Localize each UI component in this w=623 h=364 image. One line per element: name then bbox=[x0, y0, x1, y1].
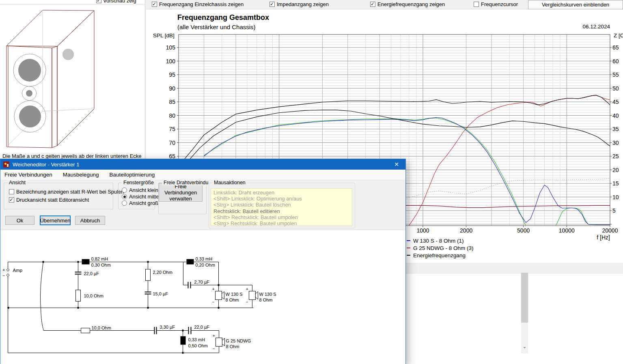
component-speaker-w130s-2[interactable]: + − W 130 S 8 Ohm bbox=[246, 287, 276, 304]
chart-legend: W 130 S - 8 Ohm (1)G 25 NDWG - 8 Ohm (3)… bbox=[407, 237, 474, 259]
axis-tick-label: 20000 bbox=[596, 227, 623, 234]
x-axis-label: f [Hz] bbox=[586, 234, 610, 241]
scrollbar-thumb[interactable] bbox=[521, 273, 528, 323]
preview-show-checkbox[interactable]: Vorschau zeig bbox=[96, 0, 136, 4]
radio-ansicht-klein[interactable]: Ansicht klein bbox=[122, 187, 158, 193]
mausaktion-line: <Shift> Rechtsklick: Bauteil umpolen bbox=[213, 214, 349, 220]
uebernehmen-button[interactable]: Übernehmen bbox=[40, 215, 71, 225]
component-resistor-r1[interactable]: 10,0 Ohm bbox=[76, 290, 103, 302]
radio-icon[interactable] bbox=[122, 194, 127, 199]
axis-tick-label: 105 bbox=[157, 44, 175, 51]
polarity-plus: + bbox=[212, 287, 215, 291]
checkbox-icon[interactable] bbox=[9, 197, 14, 202]
sp1-ohm-label: 8 Ohm bbox=[226, 297, 239, 302]
axis-tick-label: 5000 bbox=[509, 227, 538, 234]
vertical-scrollbar[interactable]: ⌄ bbox=[521, 273, 528, 353]
c1-label: 22,0 µF bbox=[84, 271, 99, 276]
chevron-down-icon[interactable]: ⌄ bbox=[521, 342, 528, 351]
app-icon bbox=[3, 162, 9, 168]
dialog-titlebar[interactable]: Weicheneditor - Verstärker 1 ✕ bbox=[0, 159, 405, 170]
component-resistor-r2[interactable]: 2,20 Ohm bbox=[146, 269, 172, 281]
sp3-ohm-label: 8 Ohm bbox=[226, 344, 239, 349]
freie-verbindungen-verwalten-button[interactable]: Freie Verbindungen verwalten bbox=[159, 183, 203, 202]
axis-tick-label: 100 bbox=[157, 58, 175, 65]
preview-caption: Die Maße a und c gelten jeweils ab der l… bbox=[2, 153, 144, 159]
component-resistor-r3[interactable]: 10,0 Ohm bbox=[81, 325, 111, 333]
legend-dash-icon bbox=[407, 255, 410, 256]
axis-tick-label: 1000 bbox=[409, 227, 437, 234]
radio-ansicht-gross[interactable]: Ansicht groß bbox=[122, 200, 158, 206]
abbruch-button[interactable]: Abbruch bbox=[75, 216, 105, 225]
r2-label: 2,20 Ohm bbox=[153, 270, 172, 275]
sp2-name-label: W 130 S bbox=[259, 292, 276, 297]
axis-tick-label: 20 bbox=[612, 167, 619, 173]
group-fenstergroesse: Fenstergröße Ansicht klein Ansicht mitte… bbox=[118, 183, 155, 209]
driver-tweeter bbox=[22, 86, 37, 101]
c3-label: 2,70 µF bbox=[194, 280, 210, 284]
axis-tick-label: 10 bbox=[612, 194, 619, 200]
radio-label: Ansicht groß bbox=[129, 200, 158, 206]
group-label: Fenstergröße bbox=[122, 180, 155, 185]
legend-item: G 25 NDWG - 8 Ohm (3) bbox=[407, 244, 474, 252]
c2-label: 15,0 µF bbox=[153, 291, 168, 296]
legend-dash-icon bbox=[407, 248, 410, 248]
hidden-edges bbox=[6, 10, 94, 147]
amp-label: Amp bbox=[13, 268, 23, 273]
menu-mausbelegung[interactable]: Mausbelegung bbox=[63, 172, 99, 178]
component-capacitor-c1[interactable]: 22,0 µF bbox=[75, 271, 99, 276]
group-mausaktionen: Mausaktionen Linksklick: Draht erzeugen … bbox=[209, 183, 355, 228]
group-label: Mausaktionen bbox=[212, 180, 247, 185]
checkbox-bezeichnung-anzeigen[interactable]: Bezeichnung anzeigen statt R-Wert bei Sp… bbox=[9, 189, 124, 195]
sp2-ohm-label: 8 Ohm bbox=[259, 297, 273, 302]
l3-r-label: 0,50 Ohm bbox=[188, 343, 208, 348]
polarity-plus: + bbox=[246, 287, 248, 291]
c5-label: 22,0 µF bbox=[194, 325, 210, 330]
axis-tick-label: 60 bbox=[612, 58, 619, 65]
component-capacitor-c5[interactable]: 22,0 µF bbox=[189, 325, 210, 334]
component-amp[interactable]: + − Amp bbox=[2, 267, 22, 278]
menu-bauteiloptimierung[interactable]: Bauteiloptimierung bbox=[109, 172, 155, 178]
axis-tick-label: 70 bbox=[157, 140, 175, 146]
checkbox-icon[interactable] bbox=[9, 189, 14, 194]
c4-label: 3,30 µF bbox=[160, 325, 175, 330]
close-icon[interactable]: ✕ bbox=[388, 159, 405, 170]
axis-tick-label: 10000 bbox=[552, 227, 581, 234]
side-port-circle bbox=[63, 49, 74, 60]
component-capacitor-c2[interactable]: 15,0 µF bbox=[145, 291, 168, 296]
group-freie-drahtverbindungen: Freie Drahtverbindungen Freie Verbindung… bbox=[158, 183, 207, 214]
checkbox-icon[interactable] bbox=[96, 0, 101, 3]
crossover-schematic[interactable]: + − Amp 0,82 mH 0,30 Ohm 22,0 µF 10,0 Oh… bbox=[0, 230, 405, 364]
box-preview-window: Vorschau zeig bbox=[0, 0, 145, 159]
mausaktionen-info-box: Linksklick: Draht erzeugen <Shift> Links… bbox=[211, 188, 352, 226]
mausaktion-line: Linksklick: Draht erzeugen bbox=[213, 190, 349, 196]
component-capacitor-c4[interactable]: 3,30 µF bbox=[155, 325, 175, 334]
component-capacitor-c3[interactable]: 2,70 µF bbox=[188, 280, 210, 289]
amp-plus: + bbox=[2, 267, 5, 272]
l1-value-label: 0,82 mH bbox=[91, 256, 108, 261]
legend-label: W 130 S - 8 Ohm (1) bbox=[413, 238, 464, 244]
component-speaker-g25ndwg[interactable]: + − G 25 NDWG 8 Ohm bbox=[213, 334, 251, 351]
component-inductor-l3[interactable]: 0,33 mH 0,50 Ohm bbox=[181, 336, 208, 348]
radio-icon[interactable] bbox=[122, 187, 127, 193]
speaker-box-3d-preview bbox=[0, 4, 145, 153]
legend-dash-icon bbox=[407, 240, 410, 241]
ok-button[interactable]: Ok bbox=[5, 216, 34, 225]
junction-dots bbox=[7, 261, 220, 354]
screen: Vorschau zeig bbox=[0, 0, 623, 364]
l1-r-label: 0,30 Ohm bbox=[91, 263, 111, 267]
checkbox-label: Bezeichnung anzeigen statt R-Wert bei Sp… bbox=[16, 189, 124, 195]
checkbox-druckansicht[interactable]: Druckansicht statt Editoransicht bbox=[9, 197, 89, 203]
component-speaker-w130s-1[interactable]: + − W 130 S 8 Ohm bbox=[212, 287, 243, 304]
radio-label: Ansicht klein bbox=[129, 187, 158, 193]
axis-tick-label: 40 bbox=[612, 112, 619, 119]
axis-tick-label: 50 bbox=[612, 85, 619, 92]
menu-freie-verbindungen[interactable]: Freie Verbindungen bbox=[4, 172, 52, 178]
checkbox-label: Druckansicht statt Editoransicht bbox=[16, 197, 89, 203]
radio-ansicht-mittel[interactable]: Ansicht mittel bbox=[122, 194, 160, 200]
group-label: Ansicht bbox=[7, 180, 27, 185]
axis-tick-label: 30 bbox=[612, 140, 619, 146]
mausaktion-line: <Strg> Rechtsklick: Bauteil umpolen bbox=[213, 220, 349, 226]
polarity-minus: − bbox=[213, 347, 215, 351]
radio-icon[interactable] bbox=[122, 200, 127, 206]
weicheneditor-dialog: Weicheneditor - Verstärker 1 ✕ Freie Ver… bbox=[0, 159, 406, 364]
